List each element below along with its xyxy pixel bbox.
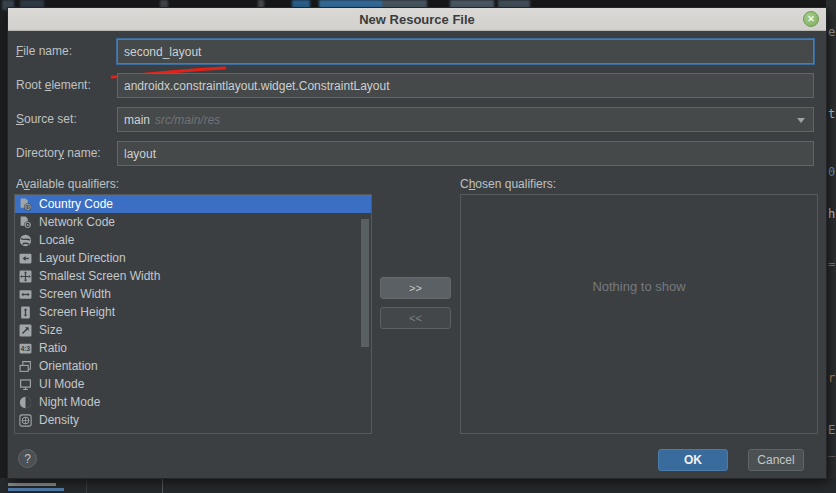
directory-name-input[interactable]: [117, 141, 814, 166]
new-resource-file-dialog: New Resource File ✕ File name: Root elem…: [8, 8, 826, 478]
qualifier-item[interactable]: 4:3Ratio: [15, 339, 371, 357]
screen-width-icon: [19, 288, 32, 301]
ide-background-editor-edge: et0h=rE_P: [826, 0, 836, 493]
density-icon: [19, 414, 32, 427]
qualifier-item[interactable]: Locale: [15, 231, 371, 249]
chevron-down-icon: [797, 118, 805, 123]
qualifier-item[interactable]: Screen Width: [15, 285, 371, 303]
move-left-button[interactable]: <<: [380, 307, 451, 329]
source-set-path-hint: src/main/res: [155, 113, 220, 127]
background-editor-text-fragment: E: [828, 424, 835, 436]
ok-button[interactable]: OK: [658, 449, 728, 471]
qualifier-item-label: Layout Direction: [39, 251, 126, 265]
file-name-label: File name:: [16, 39, 72, 64]
background-blur-text: [8, 483, 56, 486]
ratio-icon: 4:3: [19, 342, 32, 355]
orientation-icon: [19, 360, 32, 373]
qualifier-item-label: UI Mode: [39, 377, 84, 391]
qualifier-item[interactable]: Night Mode: [15, 393, 371, 411]
qualifier-item-label: Screen Height: [39, 305, 115, 319]
locale-icon: [19, 234, 32, 247]
background-editor-text-fragment: =: [828, 258, 835, 270]
country-code-icon: [19, 198, 32, 211]
qualifier-item-label: Country Code: [39, 197, 113, 211]
size-icon: [19, 324, 32, 337]
move-right-button[interactable]: >>: [380, 277, 451, 299]
qualifier-item-label: Screen Width: [39, 287, 111, 301]
close-icon[interactable]: ✕: [803, 11, 819, 27]
background-editor-text-fragment: h: [828, 208, 835, 220]
background-editor-text-fragment: r: [828, 372, 835, 384]
root-element-input[interactable]: [117, 73, 814, 98]
qualifier-item[interactable]: Screen Height: [15, 303, 371, 321]
qualifier-item[interactable]: UI Mode: [15, 375, 371, 393]
smallest-screen-width-icon: [19, 270, 32, 283]
dialog-titlebar[interactable]: New Resource File ✕: [8, 8, 826, 31]
empty-state-text: Nothing to show: [592, 279, 685, 294]
layout-direction-icon: [19, 252, 32, 265]
background-editor-text-fragment: _P: [828, 444, 836, 456]
qualifier-item[interactable]: Size: [15, 321, 371, 339]
background-divider: [86, 478, 87, 493]
qualifier-item-label: Ratio: [39, 341, 67, 355]
chosen-qualifiers-label: Chosen qualifiers:: [460, 177, 556, 191]
qualifier-item-label: Network Code: [39, 215, 115, 229]
help-button[interactable]: ?: [18, 449, 37, 468]
directory-name-label: Directory name:: [16, 141, 101, 166]
source-set-value: main: [124, 113, 150, 127]
qualifier-item-label: Smallest Screen Width: [39, 269, 160, 283]
svg-text:4:3: 4:3: [21, 345, 31, 352]
screen-height-icon: [19, 306, 32, 319]
source-set-label: Source set:: [16, 107, 77, 132]
background-blur-text: [8, 488, 64, 491]
scrollbar-thumb[interactable]: [361, 219, 369, 347]
background-editor-text-fragment: t: [828, 108, 835, 120]
qualifier-item-label: Size: [39, 323, 62, 337]
network-code-icon: [19, 216, 32, 229]
qualifier-item[interactable]: Orientation: [15, 357, 371, 375]
source-set-dropdown[interactable]: main src/main/res: [117, 107, 814, 132]
qualifier-item[interactable]: Network Code: [15, 213, 371, 231]
qualifier-item[interactable]: Country Code: [15, 195, 371, 213]
qualifier-item[interactable]: Smallest Screen Width: [15, 267, 371, 285]
chosen-qualifiers-panel: Nothing to show: [460, 194, 818, 434]
qualifier-item-label: Night Mode: [39, 395, 100, 409]
dialog-title: New Resource File: [359, 12, 475, 27]
cancel-button[interactable]: Cancel: [748, 449, 804, 471]
background-editor-text-fragment: e: [828, 26, 835, 38]
file-name-input[interactable]: [117, 39, 814, 64]
night-mode-icon: [19, 396, 32, 409]
ui-mode-icon: [19, 378, 32, 391]
available-qualifiers-label: Available qualifiers:: [16, 177, 119, 191]
qualifier-item-label: Orientation: [39, 359, 98, 373]
qualifier-item[interactable]: Density: [15, 411, 371, 429]
ide-background-bottom: [0, 478, 836, 493]
background-editor-text-fragment: 0: [828, 166, 835, 178]
background-divider: [162, 478, 163, 493]
qualifier-item-label: Density: [39, 413, 79, 427]
qualifier-item[interactable]: Layout Direction: [15, 249, 371, 267]
qualifier-item-label: Locale: [39, 233, 74, 247]
available-qualifiers-list[interactable]: Country CodeNetwork CodeLocaleLayout Dir…: [14, 194, 372, 434]
root-element-label: Root element:: [16, 73, 91, 98]
